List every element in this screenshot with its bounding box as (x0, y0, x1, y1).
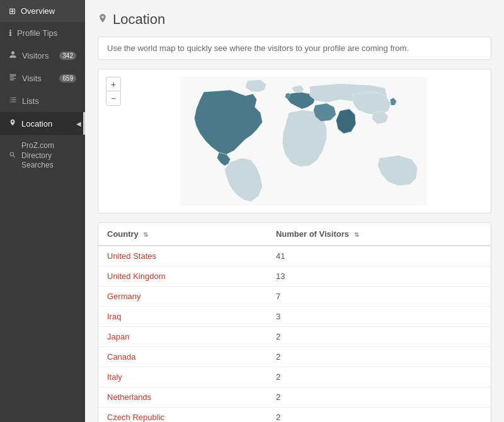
sidebar-item-label: Overview (21, 6, 55, 16)
info-text: Use the world map to quickly see where t… (107, 43, 409, 53)
col-visitors: Number of Visitors ⇅ (267, 223, 491, 246)
zoom-in-button[interactable]: + (106, 77, 120, 91)
sidebar-item-overview[interactable]: ⊞ Overview (0, 0, 85, 22)
table-row: Czech Republic2 (98, 408, 491, 423)
info-icon: ℹ (9, 28, 12, 38)
visitors-cell: 2 (267, 367, 491, 387)
table-row: Germany7 (98, 287, 491, 307)
sidebar-item-profile-tips[interactable]: ℹ Profile Tips (0, 22, 85, 44)
visits-icon (9, 73, 17, 83)
sidebar-item-visitors[interactable]: Visitors 342 (0, 44, 85, 67)
country-cell[interactable]: Japan (98, 327, 267, 347)
country-cell[interactable]: Iraq (98, 307, 267, 327)
active-arrow: ◀ (76, 120, 81, 127)
table-row: Italy2 (98, 367, 491, 387)
country-cell[interactable]: Czech Republic (98, 408, 267, 423)
zoom-out-button[interactable]: − (106, 91, 120, 105)
info-box: Use the world map to quickly see where t… (98, 37, 491, 60)
lists-icon (9, 96, 17, 106)
country-cell[interactable]: Canada (98, 347, 267, 367)
visitors-cell: 2 (267, 327, 491, 347)
table-row: United Kingdom13 (98, 266, 491, 287)
location-icon (9, 118, 16, 128)
table-row: Iraq3 (98, 307, 491, 327)
overview-icon: ⊞ (9, 6, 16, 16)
visitors-cell: 7 (267, 287, 491, 307)
sidebar: ⊞ Overview ℹ Profile Tips Visitors 342 V… (0, 0, 85, 422)
visitors-table-container: Country ⇅ Number of Visitors ⇅ United St… (98, 222, 491, 422)
table-row: Canada2 (98, 347, 491, 367)
country-cell[interactable]: Germany (98, 287, 267, 307)
sidebar-item-label: Visits (22, 74, 42, 83)
visitors-cell: 3 (267, 307, 491, 327)
search-icon (9, 151, 16, 161)
country-sort-icon[interactable]: ⇅ (143, 231, 148, 238)
page-title: Location (113, 11, 165, 28)
table-row: United States41 (98, 246, 491, 266)
table-header-row: Country ⇅ Number of Visitors ⇅ (98, 223, 491, 246)
visitors-cell: 2 (267, 408, 491, 423)
world-map (125, 77, 483, 205)
country-cell[interactable]: United Kingdom (98, 266, 267, 287)
sidebar-item-proz-directory[interactable]: ProZ.com Directory Searches (0, 135, 85, 177)
table-row: Japan2 (98, 327, 491, 347)
visitors-cell: 2 (267, 387, 491, 408)
map-zoom-controls: + − (106, 77, 121, 106)
sidebar-item-label: Location (21, 119, 52, 128)
sidebar-item-label: Profile Tips (17, 28, 57, 38)
col-country: Country ⇅ (98, 223, 267, 246)
visitors-sort-icon[interactable]: ⇅ (354, 231, 359, 238)
country-cell[interactable]: United States (98, 246, 267, 266)
page-location-icon (98, 13, 108, 26)
main-content: Location Use the world map to quickly se… (85, 0, 504, 422)
visitors-cell: 13 (267, 266, 491, 287)
sidebar-item-location[interactable]: Location ◀ (0, 112, 85, 135)
sidebar-item-lists[interactable]: Lists (0, 89, 85, 112)
sidebar-item-label: Visitors (22, 51, 49, 60)
sidebar-item-visits[interactable]: Visits 659 (0, 67, 85, 89)
country-cell[interactable]: Italy (98, 367, 267, 387)
country-cell[interactable]: Netherlands (98, 387, 267, 408)
visits-badge: 659 (59, 74, 76, 83)
sidebar-item-label: ProZ.com Directory Searches (21, 141, 76, 171)
sidebar-item-label: Lists (22, 96, 39, 106)
visitors-cell: 2 (267, 347, 491, 367)
visitors-badge: 342 (59, 52, 76, 60)
visitors-cell: 41 (267, 246, 491, 266)
table-row: Netherlands2 (98, 387, 491, 408)
visitors-table: Country ⇅ Number of Visitors ⇅ United St… (98, 223, 491, 422)
map-container: + − (98, 69, 491, 214)
page-header: Location (98, 11, 491, 28)
table-body: United States41United Kingdom13Germany7I… (98, 246, 491, 422)
visitors-icon (9, 50, 17, 60)
